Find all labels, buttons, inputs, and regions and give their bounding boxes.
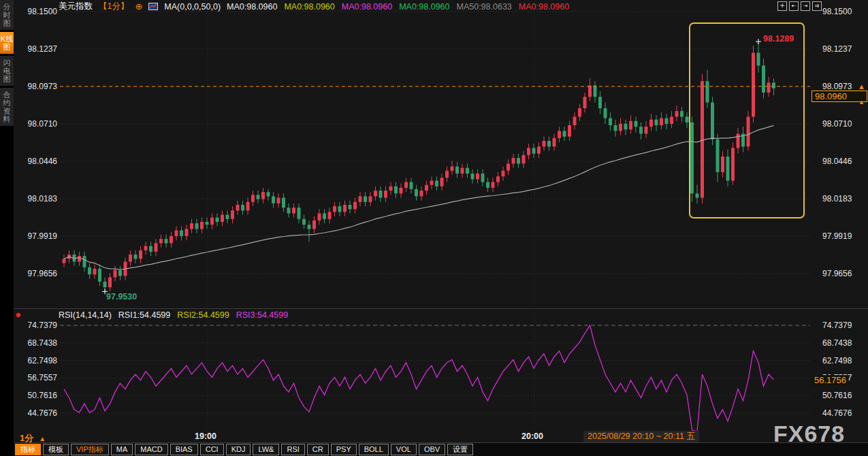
shift-right-icon[interactable]: ⇉ (812, 1, 822, 11)
candle-body (216, 218, 219, 222)
sidebar-item-chart-type[interactable]: 合约资料 (0, 88, 14, 126)
candle-body (129, 255, 132, 261)
expand-icon[interactable]: ⊕ (135, 1, 142, 12)
candle-body (302, 219, 306, 225)
candle-body (639, 127, 643, 133)
candle-body (553, 138, 556, 147)
candle-body (139, 250, 142, 259)
candle-body (134, 255, 138, 259)
candle-body (389, 186, 393, 191)
price-tick-label: 98.1237 (822, 44, 866, 54)
candle-body (353, 202, 357, 209)
candle-body (645, 127, 648, 133)
ma-value-label: MA0:98.0960 (227, 2, 277, 12)
candle-body (737, 134, 740, 148)
candle-body (63, 259, 66, 263)
candle-body (512, 158, 515, 163)
rsi3-value: RSI3:54.4599 (236, 310, 288, 320)
toolbar-button-lw&[interactable]: LW& (253, 444, 279, 455)
candle-body (721, 157, 724, 172)
candle-body (471, 174, 475, 179)
candle-body (267, 192, 270, 196)
indicator-settings-icon[interactable]: ✹ (15, 311, 21, 320)
toolbar-button-kdj[interactable]: KDJ (226, 444, 251, 455)
candle-body (563, 131, 566, 136)
candle-body (221, 215, 224, 222)
chart-type-sidebar: 分时图K线图闪电图合约资料 (0, 0, 14, 456)
candle-body (323, 214, 326, 219)
candle-body (578, 108, 581, 117)
price-up-arrow-icon: ▲ (858, 82, 865, 91)
main-right-axis: 98.150098.123798.097398.071098.044698.01… (822, 7, 866, 278)
toolbar-button-ma[interactable]: MA (111, 444, 133, 455)
ma-value-label: MA0:98.0960 (519, 2, 569, 12)
candle-body (726, 157, 730, 181)
price-tick-label: 98.1237 (14, 44, 57, 54)
toolbar-button-vol[interactable]: VOL (391, 444, 417, 455)
toolbar-button-rsi[interactable]: RSI (281, 444, 304, 455)
price-tick-label: 98.0446 (822, 157, 866, 166)
zoom-out-icon[interactable]: ⇤ (789, 1, 799, 11)
candle-body (420, 191, 423, 196)
high-price-annotation: 98.1289 (763, 34, 794, 44)
mini-chart-icon[interactable] (148, 3, 158, 10)
candle-body (261, 192, 265, 199)
candlestick-chart[interactable] (0, 0, 868, 456)
candle-body (543, 141, 546, 146)
candle-body (400, 188, 403, 193)
candle-body (588, 86, 592, 97)
candle-body (277, 198, 280, 203)
candle-body (236, 205, 240, 210)
session-range-label: 2025/08/29 20:10 ~ 20:11 五 (583, 431, 699, 442)
candle-body (430, 181, 434, 185)
sidebar-item-chart-type[interactable]: 分时图 (0, 0, 14, 30)
candle-body (155, 243, 158, 252)
price-tick-label: 68.7438 (14, 338, 57, 348)
toolbar-button-bias[interactable]: BIAS (170, 444, 198, 455)
interval-label: 1分 (20, 433, 33, 443)
toolbar-button-psy[interactable]: PSY (331, 444, 357, 455)
candle-body (476, 174, 479, 179)
candle-body (675, 111, 679, 116)
candle-body (257, 195, 260, 199)
panel-separator (14, 308, 868, 309)
ma50-line (64, 125, 774, 270)
candle-body (665, 118, 669, 124)
zoom-in-icon[interactable]: ⇥ (801, 1, 810, 11)
ma-value-label: MA0:98.0960 (399, 2, 449, 12)
candle-body (374, 191, 377, 196)
sidebar-item-active[interactable]: K线图 (0, 32, 14, 54)
toolbar-button-cr[interactable]: CR (307, 444, 329, 455)
instrument-title: 美元指数 (59, 1, 93, 12)
toolbar-button-设置[interactable]: 设置 (447, 444, 473, 455)
price-tick-label: 44.7676 (14, 408, 57, 418)
candle-body (292, 208, 295, 213)
price-tick-label: 74.7379 (822, 321, 866, 330)
price-tick-label: 97.9656 (14, 269, 57, 278)
candle-body (680, 111, 684, 116)
main-left-axis: 98.150098.123798.097398.071098.044698.01… (14, 7, 57, 278)
candle-body (649, 120, 653, 127)
ma-value-label: MA50:98.0633 (456, 2, 511, 12)
sidebar-item-chart-type[interactable]: 闪电图 (0, 56, 14, 86)
toolbar-button-boll[interactable]: BOLL (359, 444, 389, 455)
candle-body (78, 256, 81, 261)
candle-body (624, 124, 628, 129)
toolbar-button-macd[interactable]: MACD (135, 444, 167, 455)
pan-icon[interactable]: ✛ (777, 1, 787, 11)
candle-body (445, 171, 449, 178)
toolbar-button-vip指标[interactable]: VIP指标 (71, 444, 109, 455)
candle-body (522, 155, 526, 164)
candle-body (772, 82, 775, 88)
candle-body (190, 223, 193, 229)
ma-value-label: MA0:98.0960 (342, 2, 392, 12)
candle-body (486, 182, 489, 188)
candle-body (379, 191, 383, 197)
toolbar-button-obv[interactable]: OBV (419, 444, 445, 455)
candle-body (731, 148, 735, 180)
candle-body (175, 231, 178, 236)
toolbar-button-模板[interactable]: 模板 (43, 444, 69, 455)
toolbar-button-指标[interactable]: 指标 (15, 444, 41, 455)
candle-body (655, 120, 658, 125)
toolbar-button-cci[interactable]: CCI (200, 444, 224, 455)
